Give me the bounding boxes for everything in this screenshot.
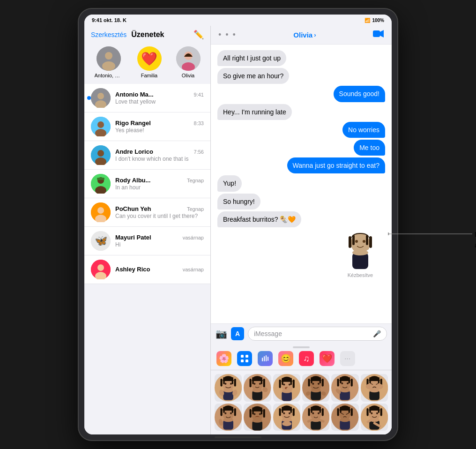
svg-point-37 bbox=[352, 250, 368, 255]
memoji-cell-9[interactable] bbox=[273, 404, 300, 431]
memoji-cell-12[interactable] bbox=[361, 404, 388, 431]
message-input-field[interactable]: iMessage 🎤 bbox=[248, 327, 387, 341]
svg-point-115 bbox=[365, 384, 372, 389]
memoji-cell-11[interactable] bbox=[331, 404, 358, 431]
chat-area: • • • Olivia › All ri bbox=[211, 26, 392, 434]
conv-avatar-mayuri: 🦋 bbox=[91, 231, 111, 251]
svg-rect-169 bbox=[349, 406, 350, 412]
msg-4: Hey... I'm running late bbox=[217, 104, 292, 120]
memoji-cell-4[interactable] bbox=[302, 374, 329, 401]
pinned-familia-name: Familia bbox=[141, 73, 157, 78]
compose-button[interactable]: ✏️ bbox=[193, 30, 204, 40]
conv-preview-antonio: Love that yellow bbox=[115, 98, 204, 105]
svg-point-56 bbox=[223, 389, 233, 392]
svg-point-72 bbox=[283, 384, 285, 386]
svg-rect-100 bbox=[349, 377, 350, 383]
svg-point-143 bbox=[289, 412, 290, 414]
svg-point-142 bbox=[283, 412, 285, 414]
msg-5: No worries bbox=[342, 122, 385, 138]
svg-rect-99 bbox=[340, 377, 342, 383]
home-indicator[interactable] bbox=[215, 436, 261, 438]
chat-header: • • • Olivia › bbox=[211, 26, 392, 45]
svg-marker-28 bbox=[380, 30, 384, 37]
conv-name-rody: Rody Albu... bbox=[115, 177, 150, 184]
memoji-cell-8[interactable] bbox=[244, 404, 271, 431]
conv-item-mayuri[interactable]: 🦋 Mayuri Patel vasárnap Hi bbox=[84, 227, 210, 255]
chevron-right-icon: › bbox=[314, 31, 316, 38]
conv-preview-rigo: Yes please! bbox=[115, 127, 204, 134]
svg-point-49 bbox=[224, 383, 226, 385]
svg-rect-64 bbox=[253, 377, 254, 384]
memoji-label: Kézbesítve bbox=[339, 272, 381, 278]
pinned-antonio-name: Antonio, Rig... bbox=[95, 73, 123, 78]
edit-button[interactable]: Szerkesztés bbox=[91, 31, 126, 38]
svg-rect-110 bbox=[369, 377, 371, 383]
conv-name-rigo: Rigo Rangel bbox=[115, 120, 151, 127]
svg-rect-52 bbox=[223, 377, 224, 384]
conv-item-pochun[interactable]: PoChun Yeh Tegnap Can you cover it until… bbox=[84, 198, 210, 227]
chat-contact[interactable]: Olivia › bbox=[293, 31, 316, 39]
svg-rect-45 bbox=[266, 355, 267, 361]
svg-rect-101 bbox=[351, 379, 353, 387]
svg-point-13 bbox=[97, 150, 104, 157]
svg-rect-170 bbox=[351, 408, 353, 416]
conv-item-ashley[interactable]: Ashley Rico vasárnap bbox=[84, 255, 210, 284]
svg-rect-41 bbox=[241, 359, 244, 362]
pinned-contacts: Antonio, Rig... ❤️ Familia bbox=[84, 43, 210, 84]
conv-preview-rody: In an hour bbox=[115, 184, 204, 191]
conv-item-andre[interactable]: Andre Lorico 7:56 I don't know which one… bbox=[84, 141, 210, 170]
battery-status: 100% bbox=[372, 18, 384, 23]
pinned-antonio[interactable]: Antonio, Rig... bbox=[95, 46, 123, 78]
memoji-cell-7[interactable] bbox=[215, 404, 242, 431]
app-store-button[interactable]: A bbox=[231, 327, 244, 340]
conv-item-antonio-ma[interactable]: Antonio Ma... 9:41 Love that yellow bbox=[84, 84, 210, 112]
tray-heart-button[interactable]: ❤️ bbox=[320, 351, 335, 366]
tray-music-button[interactable]: ♫ bbox=[299, 351, 314, 366]
svg-rect-136 bbox=[263, 409, 265, 417]
msg-7: Wanna just go straight to eat? bbox=[287, 157, 385, 173]
conv-content-rody: Rody Albu... Tegnap In an hour bbox=[115, 177, 204, 191]
svg-rect-122 bbox=[223, 406, 224, 412]
tray-apps-button[interactable] bbox=[237, 351, 252, 366]
memoji-cell-5[interactable] bbox=[331, 374, 358, 401]
conv-name-pochun: PoChun Yeh bbox=[115, 205, 151, 212]
messages-title: Üzenetek bbox=[131, 30, 164, 39]
svg-rect-32 bbox=[349, 236, 351, 248]
conv-time-mayuri: vasárnap bbox=[183, 235, 204, 240]
conv-item-rigo[interactable]: Rigo Rangel 8:33 Yes please! bbox=[84, 112, 210, 141]
tray-audio-button[interactable] bbox=[258, 351, 273, 366]
svg-rect-33 bbox=[352, 235, 355, 245]
conv-item-rody[interactable]: Rody Albu... Tegnap In an hour bbox=[84, 170, 210, 198]
tray-memoji-button[interactable]: 😊 bbox=[278, 351, 293, 366]
svg-rect-178 bbox=[369, 406, 371, 412]
svg-point-62 bbox=[259, 383, 261, 385]
memoji-cell-3[interactable] bbox=[273, 374, 300, 401]
memoji-cell-10[interactable] bbox=[302, 404, 329, 431]
conv-content-rigo: Rigo Rangel 8:33 Yes please! bbox=[115, 120, 204, 134]
svg-point-73 bbox=[289, 384, 290, 386]
memoji-cell-1[interactable] bbox=[215, 374, 242, 401]
mic-icon[interactable]: 🎤 bbox=[373, 330, 381, 337]
svg-rect-18 bbox=[97, 178, 104, 180]
sidebar: Szerkesztés Üzenetek ✏️ bbox=[84, 26, 211, 434]
svg-point-7 bbox=[97, 93, 104, 99]
svg-rect-76 bbox=[282, 378, 283, 385]
chat-dots-button[interactable]: • • • bbox=[218, 30, 237, 40]
svg-point-96 bbox=[342, 382, 343, 384]
memoji-cell-2[interactable] bbox=[244, 374, 271, 401]
pinned-familia[interactable]: ❤️ Familia bbox=[137, 46, 162, 78]
conv-time-ashley: vasárnap bbox=[183, 267, 204, 272]
svg-point-85 bbox=[318, 383, 320, 385]
svg-rect-44 bbox=[264, 356, 265, 361]
memoji-cell-6[interactable] bbox=[361, 374, 388, 401]
conv-name-andre: Andre Lorico bbox=[115, 148, 153, 155]
memoji-sent: Kézbesítve bbox=[339, 229, 381, 278]
tray-more-button[interactable]: ··· bbox=[340, 351, 355, 366]
camera-button[interactable]: 📷 bbox=[216, 328, 227, 339]
pinned-olivia[interactable]: Olivia bbox=[176, 46, 201, 78]
conv-avatar-rigo bbox=[91, 117, 111, 136]
conv-content-pochun: PoChun Yeh Tegnap Can you cover it until… bbox=[115, 205, 204, 219]
tray-photos-button[interactable]: 🌸 bbox=[216, 351, 231, 366]
svg-point-25 bbox=[97, 264, 104, 271]
video-call-button[interactable] bbox=[373, 30, 384, 40]
